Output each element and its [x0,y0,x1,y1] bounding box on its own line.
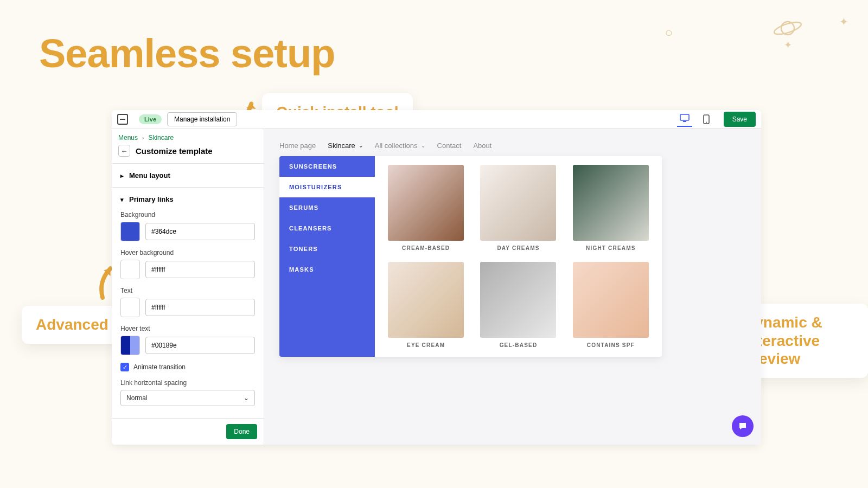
app-logo-icon [117,114,128,125]
hover-bg-hex-input[interactable] [145,261,255,278]
product-tile[interactable]: NIGHT CREAMS [572,165,650,251]
page-title: Seamless setup [39,30,335,76]
chat-icon [738,421,748,431]
product-image [480,165,556,241]
mega-link-sunscreens[interactable]: SUNSCREENS [279,156,375,177]
star-doodle: ✦ [784,39,792,51]
hover-bg-swatch[interactable] [120,260,140,279]
product-image [480,262,556,338]
done-button[interactable]: Done [226,424,257,439]
nav-label: All collections [375,142,418,150]
settings-sidebar: Menus › Skincare ← Customize template Me… [112,129,264,445]
mega-link-serums[interactable]: SERUMS [279,197,375,218]
hover-text-hex-input[interactable] [145,337,255,354]
product-label: NIGHT CREAMS [586,245,636,251]
mega-link-toners[interactable]: TONERS [279,239,375,259]
text-hex-input[interactable] [145,299,255,316]
section-menu-layout[interactable]: Menu layout [112,163,264,187]
svg-rect-5 [680,114,689,120]
mega-menu-sidebar: SUNSCREENS MOISTURIZERS SERUMS CLEANSERS… [279,156,375,357]
chevron-right-icon: › [142,135,144,141]
mobile-view-button[interactable] [699,112,714,127]
product-tile[interactable]: GEL-BASED [479,262,557,348]
mega-link-moisturizers[interactable]: MOISTURIZERS [279,177,375,197]
nav-item-home[interactable]: Home page [279,142,316,150]
product-label: GEL-BASED [500,342,538,348]
caret-right-icon [120,171,124,179]
chat-button[interactable] [732,415,754,437]
section-primary-links[interactable]: Primary links [112,187,264,211]
animate-checkbox[interactable]: ✓ [120,363,129,371]
section-label: Primary links [129,195,174,203]
section-label: Menu layout [129,171,170,179]
spacing-select[interactable]: Normal ⌄ [120,390,255,406]
chevron-down-icon: ⌄ [359,143,363,149]
product-tile[interactable]: DAY CREAMS [479,165,557,251]
mega-link-cleansers[interactable]: CLEANSERS [279,218,375,239]
field-label-spacing: Link horizontal spacing [120,379,255,387]
product-image [573,165,649,241]
product-tile[interactable]: CREAM-BASED [387,165,465,251]
breadcrumb: Menus › Skincare [112,129,264,145]
caret-down-icon [120,195,124,203]
select-chevron-icon: ⌄ [244,394,249,402]
product-image [388,262,464,338]
circle-doodle: ○ [665,25,673,40]
hover-text-swatch[interactable] [120,336,140,355]
chevron-down-icon: ⌄ [421,143,425,149]
breadcrumb-root[interactable]: Menus [118,134,138,142]
nav-item-about[interactable]: About [473,142,492,150]
product-label: EYE CREAM [407,342,445,348]
desktop-icon [680,114,690,123]
text-swatch[interactable] [120,298,140,317]
svg-rect-6 [683,121,686,122]
desktop-view-button[interactable] [677,112,692,127]
save-button[interactable]: Save [724,112,756,127]
nav-label: Skincare [328,142,355,150]
product-label: CREAM-BASED [402,245,450,251]
field-label-text: Text [120,287,255,294]
preview-pane: Home page Skincare ⌄ All collections ⌄ C… [264,129,761,445]
animate-label: Animate transition [133,363,186,371]
star-doodle: ✦ [839,15,848,28]
product-image [388,165,464,241]
primary-links-panel: Background Hover background Text [112,211,264,413]
product-tile[interactable]: CONTAINS SPF [572,262,650,348]
mobile-icon [703,114,710,124]
field-label-hover-text: Hover text [120,325,255,332]
svg-point-8 [706,121,707,123]
live-badge: Live [139,114,162,124]
nav-item-all-collections[interactable]: All collections ⌄ [375,142,425,150]
nav-item-contact[interactable]: Contact [437,142,462,150]
field-label-background: Background [120,211,255,219]
field-label-hover-bg: Hover background [120,249,255,256]
mega-menu-grid: CREAM-BASED DAY CREAMS NIGHT CREAMS EYE … [375,156,662,357]
app-window: Live Manage installation Save Menus › Sk… [112,110,761,445]
store-nav: Home page Skincare ⌄ All collections ⌄ C… [279,142,746,150]
nav-item-skincare[interactable]: Skincare ⌄ [328,142,363,150]
mega-link-masks[interactable]: MASKS [279,259,375,280]
product-tile[interactable]: EYE CREAM [387,262,465,348]
top-bar: Live Manage installation Save [112,110,761,129]
product-label: DAY CREAMS [497,245,539,251]
product-label: CONTAINS SPF [587,342,635,348]
sidebar-title: Customize template [136,146,213,156]
background-swatch[interactable] [120,222,140,241]
back-button[interactable]: ← [118,145,130,157]
product-image [573,262,649,338]
manage-installation-button[interactable]: Manage installation [167,112,237,126]
mega-menu: SUNSCREENS MOISTURIZERS SERUMS CLEANSERS… [279,156,662,357]
spacing-value: Normal [126,394,148,402]
breadcrumb-current[interactable]: Skincare [148,134,174,142]
background-hex-input[interactable] [145,223,255,240]
